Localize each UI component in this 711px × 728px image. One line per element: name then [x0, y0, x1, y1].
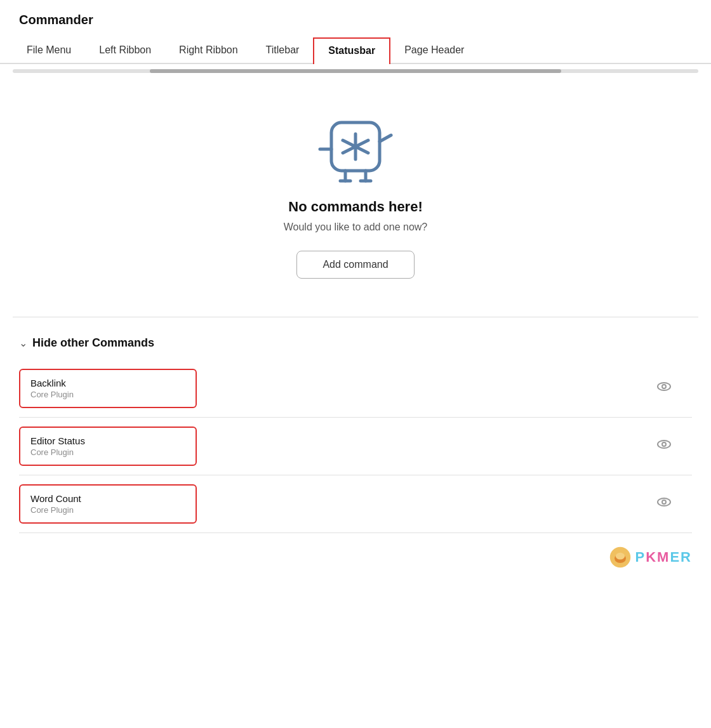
pkmer-watermark: PKMER — [0, 533, 711, 575]
command-editor-status-card: Editor Status Core Plugin — [19, 427, 197, 466]
robot-icon — [317, 103, 394, 186]
tabs-bar: File Menu Left Ribbon Right Ribbon Title… — [0, 37, 711, 64]
tab-page-header[interactable]: Page Header — [390, 38, 478, 62]
scroll-thumb[interactable] — [150, 69, 561, 73]
hide-section-title: Hide other Commands — [32, 336, 154, 350]
section-divider — [13, 317, 698, 317]
svg-point-13 — [662, 442, 666, 446]
svg-point-18 — [615, 553, 624, 560]
svg-point-11 — [662, 385, 666, 388]
eye-icon-backlink[interactable] — [655, 378, 673, 399]
pkmer-label: PKMER — [635, 549, 692, 566]
command-row-backlink: Backlink Core Plugin — [19, 360, 692, 418]
command-plugin-backlink: Core Plugin — [30, 390, 185, 399]
command-name-word-count: Word Count — [30, 493, 185, 504]
eye-icon-word-count[interactable] — [655, 493, 673, 515]
svg-point-15 — [662, 500, 666, 504]
hide-header: ⌄ Hide other Commands — [19, 336, 692, 350]
tab-file-menu[interactable]: File Menu — [13, 38, 85, 62]
command-row-editor-status: Editor Status Core Plugin — [19, 418, 692, 475]
tab-titlebar[interactable]: Titlebar — [252, 38, 314, 62]
tab-right-ribbon[interactable]: Right Ribbon — [165, 38, 252, 62]
svg-line-5 — [380, 135, 391, 142]
svg-point-12 — [658, 440, 670, 448]
no-commands-subtitle: Would you like to add one now? — [284, 222, 428, 233]
command-plugin-editor-status: Core Plugin — [30, 447, 185, 457]
pkmer-logo-icon — [609, 546, 632, 569]
add-command-button[interactable]: Add command — [296, 251, 414, 279]
command-name-backlink: Backlink — [30, 378, 185, 388]
command-row-word-count: Word Count Core Plugin — [19, 475, 692, 533]
tab-statusbar[interactable]: Statusbar — [313, 37, 390, 64]
command-name-editor-status: Editor Status — [30, 435, 185, 446]
svg-point-10 — [658, 383, 670, 390]
command-word-count-card: Word Count Core Plugin — [19, 484, 197, 524]
app-title: Commander — [0, 0, 711, 37]
chevron-down-icon[interactable]: ⌄ — [19, 337, 27, 349]
main-content: No commands here! Would you like to add … — [0, 78, 711, 298]
scroll-track[interactable] — [13, 69, 698, 73]
eye-icon-editor-status[interactable] — [655, 435, 673, 457]
command-backlink-card: Backlink Core Plugin — [19, 369, 197, 408]
svg-point-14 — [658, 498, 670, 506]
no-commands-title: No commands here! — [288, 199, 423, 215]
commands-list-wrapper: Backlink Core Plugin Editor Status Core … — [19, 360, 692, 533]
command-plugin-word-count: Core Plugin — [30, 505, 185, 515]
hide-other-commands-section: ⌄ Hide other Commands Backlink Core Plug… — [0, 336, 711, 533]
tab-left-ribbon[interactable]: Left Ribbon — [85, 38, 165, 62]
